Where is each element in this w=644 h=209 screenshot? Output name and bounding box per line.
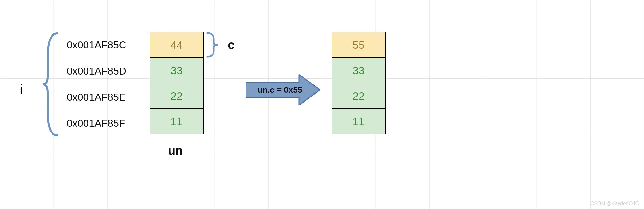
memory-address: 0x001AF85E xyxy=(67,84,126,110)
left-brace-icon xyxy=(41,32,60,137)
c-label: c xyxy=(228,38,234,52)
address-column: 0x001AF85C 0x001AF85D 0x001AF85E 0x001AF… xyxy=(67,32,126,136)
assignment-text: un.c = 0x55 xyxy=(257,85,302,95)
assignment-arrow-icon: un.c = 0x55 xyxy=(246,73,321,107)
byte-cell: 22 xyxy=(332,83,386,109)
i-label: i xyxy=(20,82,23,97)
byte-cell: 44 xyxy=(150,32,204,58)
memory-address: 0x001AF85D xyxy=(67,58,126,84)
byte-cell: 33 xyxy=(332,57,386,83)
before-bytes: 44 33 22 11 xyxy=(150,32,204,134)
memory-address: 0x001AF85F xyxy=(67,110,126,136)
byte-cell: 33 xyxy=(150,57,204,83)
memory-address: 0x001AF85C xyxy=(67,32,126,58)
byte-cell: 55 xyxy=(332,32,386,58)
un-label: un xyxy=(168,144,183,158)
right-brace-icon xyxy=(206,32,219,58)
byte-cell: 22 xyxy=(150,83,204,109)
byte-cell: 11 xyxy=(150,108,204,134)
byte-cell: 11 xyxy=(332,108,386,134)
after-bytes: 55 33 22 11 xyxy=(332,32,386,134)
watermark: CSDN @KaydenOJC xyxy=(591,201,639,206)
